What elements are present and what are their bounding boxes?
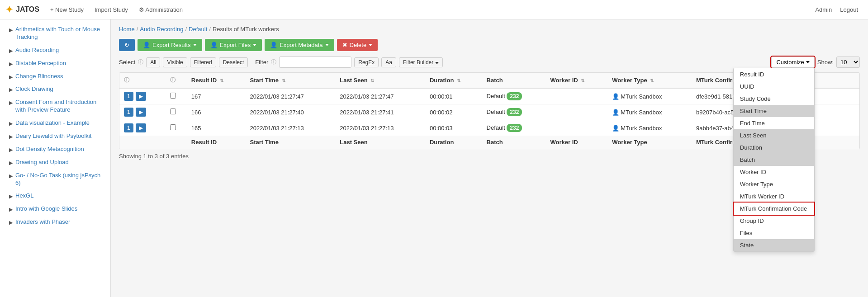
refresh-button[interactable]: ↻ — [119, 39, 135, 51]
row-play-btn-1[interactable]: 1 — [124, 108, 133, 117]
worker-icon-0: 👤 — [612, 93, 619, 100]
filter-builder-button[interactable]: Filter Builder — [399, 57, 443, 67]
breadcrumb-home[interactable]: Home — [119, 26, 135, 33]
chevron-right-icon-1: ▶ — [9, 47, 13, 54]
row-play-btn-0[interactable]: 1 — [124, 92, 133, 101]
cell-checkbox-2 — [166, 120, 187, 136]
sidebar-item-label-10: Go- / No-Go Task (using jsPsych 6) — [15, 172, 104, 187]
chevron-right-icon-8: ▶ — [9, 146, 13, 153]
import-study-button[interactable]: Import Study — [90, 4, 133, 16]
cell-checkbox-0 — [166, 88, 187, 104]
export-results-button[interactable]: 👤 Export Results — [138, 39, 202, 51]
cell-action-btns-1: 1 ▶ — [119, 104, 166, 120]
cell-batch-1: Default 232 — [482, 104, 546, 120]
header-info-icon-2: ⓘ — [170, 77, 175, 83]
batch-badge-2: 232 — [507, 124, 522, 132]
customize-item-end-time[interactable]: End Time — [734, 117, 814, 129]
customize-dropdown-container: Customize Result ID UUID Study Code Star… — [771, 57, 814, 68]
th-last-seen[interactable]: Last Seen ⇅ — [335, 73, 425, 88]
sidebar-item-4[interactable]: ▶ Clock Drawing — [0, 83, 110, 96]
all-button[interactable]: All — [146, 57, 160, 67]
th-duration[interactable]: Duration ⇅ — [425, 73, 482, 88]
sort-icon-duration: ⇅ — [457, 78, 460, 83]
th-start-time[interactable]: Start Time ⇅ — [246, 73, 336, 88]
filter-input[interactable] — [279, 57, 351, 68]
customize-item-group-id[interactable]: Group ID — [734, 215, 814, 227]
row-checkbox-2[interactable] — [170, 124, 176, 130]
new-study-button[interactable]: + New Study — [46, 4, 88, 16]
customize-button[interactable]: Customize — [771, 57, 814, 68]
sidebar-item-7[interactable]: ▶ Deary Liewald with Psytoolkit — [0, 130, 110, 143]
customize-item-duration[interactable]: Duration — [734, 141, 814, 154]
breadcrumb-results: Results of MTurk workers — [213, 26, 279, 33]
sidebar-item-9[interactable]: ▶ Drawing and Upload — [0, 156, 110, 169]
export-files-icon: 👤 — [210, 42, 218, 48]
deselect-button[interactable]: Deselect — [219, 57, 248, 67]
customize-item-result-id[interactable]: Result ID — [734, 68, 814, 80]
sidebar-item-6[interactable]: ▶ Data visualization - Example — [0, 117, 110, 130]
aa-button[interactable]: Aa — [381, 57, 396, 67]
sidebar-item-3[interactable]: ▶ Change Blindness — [0, 70, 110, 83]
administration-button[interactable]: ⚙ Administration — [134, 4, 187, 16]
sidebar-item-10[interactable]: ▶ Go- / No-Go Task (using jsPsych 6) — [0, 169, 110, 190]
cell-worker-type-0: 👤MTurk Sandbox — [607, 88, 692, 104]
row-checkbox-0[interactable] — [170, 93, 176, 99]
row-arrow-btn-1[interactable]: ▶ — [136, 108, 146, 117]
row-arrow-btn-2[interactable]: ▶ — [136, 123, 146, 132]
sidebar-item-2[interactable]: ▶ Bistable Perception — [0, 57, 110, 70]
customize-item-batch[interactable]: Batch — [734, 154, 814, 166]
th-worker-type[interactable]: Worker Type ⇅ — [607, 73, 692, 88]
show-select[interactable]: 10 25 50 100 — [836, 57, 860, 68]
th-result-id[interactable]: Result ID ⇅ — [187, 73, 246, 88]
regex-button[interactable]: RegEx — [354, 57, 379, 67]
breadcrumb-audio[interactable]: Audio Recording — [140, 26, 183, 33]
chevron-right-icon-4: ▶ — [9, 86, 13, 93]
customize-item-files[interactable]: Files — [734, 227, 814, 239]
visible-button[interactable]: Visible — [163, 57, 187, 67]
toolbar: ↻ 👤 Export Results 👤 Export Files 👤 Expo… — [119, 39, 860, 51]
customize-item-last-seen[interactable]: Last Seen — [734, 129, 814, 141]
customize-item-uuid[interactable]: UUID — [734, 80, 814, 93]
breadcrumb-default[interactable]: Default — [189, 26, 207, 33]
logout-button[interactable]: Logout — [835, 4, 863, 16]
tfoot-cell-worker-type: Worker Type — [607, 136, 692, 149]
sidebar-item-0[interactable]: ▶ Arithmetics with Touch or Mouse Tracki… — [0, 23, 110, 44]
customize-item-study-code[interactable]: Study Code — [734, 93, 814, 105]
customize-item-mturk-code[interactable]: MTurk Confirmation Code — [734, 203, 814, 215]
customize-item-mturk-worker-id[interactable]: MTurk Worker ID — [734, 190, 814, 203]
tfoot-cell-actions — [119, 136, 166, 149]
filter-builder-caret — [435, 62, 439, 64]
customize-item-worker-type[interactable]: Worker Type — [734, 178, 814, 190]
sidebar-item-11[interactable]: ▶ HexGL — [0, 189, 110, 203]
sidebar-item-label-12: Intro with Google Slides — [15, 205, 77, 213]
refresh-icon: ↻ — [124, 42, 129, 48]
filtered-button[interactable]: Filtered — [190, 57, 216, 67]
customize-item-state[interactable]: State — [734, 239, 814, 251]
th-actions: ⓘ — [119, 73, 166, 88]
row-arrow-btn-0[interactable]: ▶ — [136, 92, 146, 101]
cell-duration-2: 00:00:03 — [425, 120, 482, 136]
customize-item-start-time[interactable]: Start Time — [734, 105, 814, 117]
row-checkbox-1[interactable] — [170, 108, 176, 114]
th-worker-id[interactable]: Worker ID ⇅ — [546, 73, 608, 88]
delete-button[interactable]: ✖ Delete — [337, 39, 378, 51]
brand-name: JATOS — [16, 5, 39, 14]
chevron-right-icon-2: ▶ — [9, 61, 13, 67]
cell-last-seen-1: 2022/01/03 21:27:41 — [335, 104, 425, 120]
brand-logo: ✦ — [5, 4, 13, 15]
sidebar-item-8[interactable]: ▶ Dot Density Metacognition — [0, 143, 110, 156]
export-metadata-button[interactable]: 👤 Export Metadata — [265, 39, 334, 51]
sort-icon-start-time: ⇅ — [282, 78, 285, 83]
sidebar-item-12[interactable]: ▶ Intro with Google Slides — [0, 203, 110, 216]
sidebar-item-label-9: Drawing and Upload — [15, 159, 69, 166]
tfoot-cell-duration: Duration — [425, 136, 482, 149]
sidebar-item-5[interactable]: ▶ Consent Form and Introduction with Pre… — [0, 96, 110, 117]
sidebar-item-1[interactable]: ▶ Audio Recording — [0, 44, 110, 57]
sidebar-item-13[interactable]: ▶ Invaders with Phaser — [0, 216, 110, 229]
export-files-button[interactable]: 👤 Export Files — [205, 39, 262, 51]
row-play-btn-2[interactable]: 1 — [124, 123, 133, 132]
customize-item-worker-id[interactable]: Worker ID — [734, 166, 814, 178]
chevron-right-icon-9: ▶ — [9, 160, 13, 166]
th-checkbox: ⓘ — [166, 73, 187, 88]
cell-action-btns-0: 1 ▶ — [119, 88, 166, 104]
